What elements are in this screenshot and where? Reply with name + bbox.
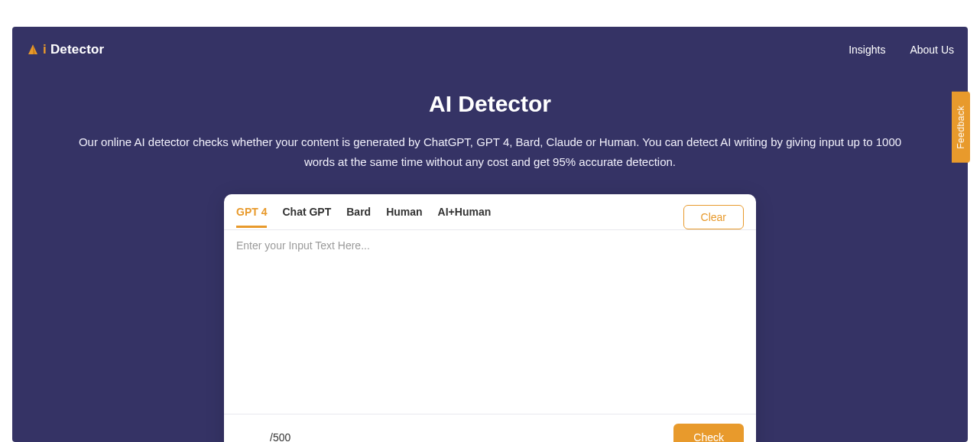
nav-insights[interactable]: Insights [849,44,885,56]
check-button[interactable]: Check [673,424,744,443]
hero-section: AI Detector Our online AI detector check… [12,63,968,194]
tab-bard[interactable]: Bard [346,206,371,228]
page-title: AI Detector [58,91,922,117]
header: i Detector Insights About Us [12,27,968,63]
tab-ai-human[interactable]: AI+Human [438,206,492,228]
word-counter: /500 [270,431,290,443]
textarea-wrap [224,230,756,414]
tab-chatgpt[interactable]: Chat GPT [282,206,331,228]
nav-about-us[interactable]: About Us [910,44,954,56]
clear-button[interactable]: Clear [683,205,744,229]
tab-gpt4[interactable]: GPT 4 [236,206,267,228]
card-bottom-bar: /500 Check [224,414,756,443]
detector-card: GPT 4 Chat GPT Bard Human AI+Human Clear… [224,194,756,443]
top-nav: Insights About Us [849,44,954,56]
logo-text: i Detector [43,42,104,57]
tab-human[interactable]: Human [386,206,422,228]
model-tabs: GPT 4 Chat GPT Bard Human AI+Human [236,206,491,228]
input-textarea[interactable] [236,239,744,405]
card-top-bar: GPT 4 Chat GPT Bard Human AI+Human Clear [224,194,756,229]
logo[interactable]: i Detector [26,42,104,57]
logo-icon [26,43,40,57]
page-subtitle: Our online AI detector checks whether yo… [66,132,914,173]
main-panel: i Detector Insights About Us AI Detector… [12,27,968,442]
feedback-tab[interactable]: Feedback [952,92,970,163]
